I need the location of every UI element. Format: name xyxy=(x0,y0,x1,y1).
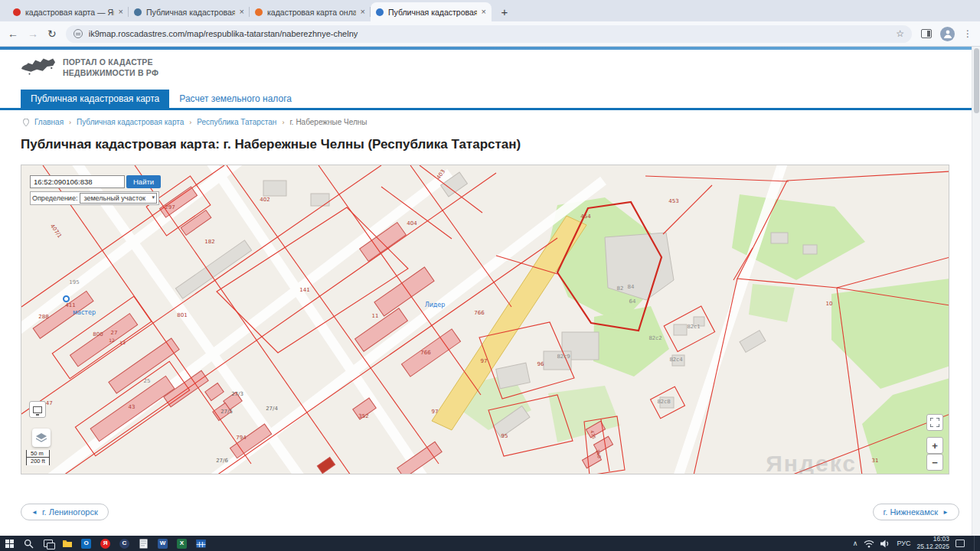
layers-icon xyxy=(36,433,47,443)
file-explorer-button[interactable] xyxy=(57,536,77,551)
toolbar-right: ⋮ xyxy=(921,27,972,41)
task-view-button[interactable] xyxy=(38,536,57,551)
zoom-out-button[interactable]: − xyxy=(926,454,943,471)
tab-close-icon[interactable]: × xyxy=(361,8,365,16)
tab-favicon xyxy=(376,8,384,16)
outlook-icon: O xyxy=(81,539,91,549)
browser-tab-1[interactable]: кадастровая карта — Яндекс × xyxy=(8,2,129,21)
site-info-icon[interactable] xyxy=(74,29,83,38)
folder-icon xyxy=(62,539,73,548)
url-text[interactable]: ik9map.roscadastres.com/map/respublika-t… xyxy=(89,29,890,38)
notepad-icon xyxy=(139,539,148,549)
excel-button[interactable]: X xyxy=(172,536,191,551)
scrollbar-thumb[interactable] xyxy=(974,48,979,113)
breadcrumb-home[interactable]: Главная xyxy=(34,118,64,126)
side-panel-icon[interactable] xyxy=(921,29,932,38)
volume-icon[interactable] xyxy=(880,540,890,548)
map-drawing xyxy=(21,165,949,474)
calendar-button[interactable] xyxy=(191,536,211,551)
site-nav-tabs: Публичная кадастровая карта Расчет земел… xyxy=(0,90,980,110)
fullscreen-icon xyxy=(930,418,939,427)
breadcrumb-sep-icon: › xyxy=(189,119,191,126)
taskbar: O Я C W X ∧ РУС 16:03 25.12.2025 xyxy=(0,536,980,551)
map-tiles[interactable] xyxy=(21,165,949,474)
taskbar-clock[interactable]: 16:03 25.12.2025 xyxy=(916,536,949,551)
screen: кадастровая карта — Яндекс × Публичная к… xyxy=(0,0,980,551)
person-icon xyxy=(943,29,952,38)
breadcrumb-map[interactable]: Публичная кадастровая карта xyxy=(77,118,184,126)
tab-public-cadastral-map[interactable]: Публичная кадастровая карта xyxy=(21,90,169,108)
word-icon: W xyxy=(158,539,168,549)
tray-expand-icon[interactable]: ∧ xyxy=(853,540,858,547)
show-desktop-button[interactable] xyxy=(974,536,976,551)
notification-center-icon[interactable] xyxy=(956,540,965,547)
browser-tab-4-active[interactable]: Публичная кадастровая карта × xyxy=(371,2,492,21)
fullscreen-button[interactable] xyxy=(926,414,943,431)
chrome-icon: C xyxy=(119,539,129,549)
bookmark-star-icon[interactable]: ☆ xyxy=(896,28,904,39)
site-header: ПОРТАЛ О КАДАСТРЕ НЕДВИЖИМОСТИ В РФ xyxy=(21,56,980,80)
definition-label: Определение: xyxy=(32,194,77,202)
page-title: Публичная кадастровая карта: г. Набережн… xyxy=(21,137,959,152)
network-icon[interactable] xyxy=(864,540,874,548)
tab-land-tax-calc[interactable]: Расчет земельного налога xyxy=(169,90,302,108)
page-scrollbar[interactable] xyxy=(972,47,980,536)
tab-close-icon[interactable]: × xyxy=(482,8,486,16)
breadcrumb-city: г. Набережные Челны xyxy=(289,118,367,126)
breadcrumb-sep-icon: › xyxy=(69,119,71,126)
tab-close-icon[interactable]: × xyxy=(240,8,244,16)
portal-logo-text: ПОРТАЛ О КАДАСТРЕ НЕДВИЖИМОСТИ В РФ xyxy=(63,57,158,78)
address-bar[interactable]: ik9map.roscadastres.com/map/respublika-t… xyxy=(66,25,912,43)
notepad-button[interactable] xyxy=(134,536,153,551)
yandex-browser-icon: Я xyxy=(100,539,110,549)
definition-select[interactable]: земельный участок ▾ xyxy=(80,193,157,204)
tab-title: Публичная кадастровая карта xyxy=(146,8,235,17)
back-button[interactable]: ← xyxy=(8,28,18,39)
next-city-label: г. Нижнекамск xyxy=(884,507,938,517)
tab-favicon xyxy=(255,8,263,16)
tab-favicon xyxy=(13,8,21,16)
breadcrumb-region[interactable]: Республика Татарстан xyxy=(197,118,276,126)
word-button[interactable]: W xyxy=(153,536,172,551)
browser-tab-strip: кадастровая карта — Яндекс × Публичная к… xyxy=(0,0,980,21)
browser-tab-2[interactable]: Публичная кадастровая карта × xyxy=(129,2,250,21)
pin-icon xyxy=(23,119,29,126)
find-button[interactable]: Найти xyxy=(126,175,161,188)
task-view-icon xyxy=(44,540,53,547)
breadcrumb: Главная › Публичная кадастровая карта › … xyxy=(23,118,980,126)
search-icon xyxy=(24,539,34,549)
definition-row: Определение: земельный участок ▾ xyxy=(30,191,159,205)
language-indicator[interactable]: РУС xyxy=(897,540,910,547)
layers-button[interactable] xyxy=(32,429,51,447)
tab-title: кадастровая карта — Яндекс xyxy=(25,8,114,17)
measure-tool-button[interactable] xyxy=(29,401,46,418)
prev-city-label: г. Лениногорск xyxy=(42,507,98,517)
start-button[interactable] xyxy=(0,536,19,551)
scale-imperial: 200 ft xyxy=(26,458,50,465)
new-tab-button[interactable]: + xyxy=(496,3,513,20)
zoom-in-button[interactable]: + xyxy=(926,437,943,454)
taskbar-search-button[interactable] xyxy=(19,536,38,551)
cadastral-number-input[interactable] xyxy=(30,175,125,188)
scale-metric: 50 m xyxy=(26,450,50,458)
outlook-button[interactable]: O xyxy=(77,536,96,551)
tab-close-icon[interactable]: × xyxy=(119,8,123,16)
browser-menu-icon[interactable]: ⋮ xyxy=(963,28,972,39)
reload-button[interactable]: ↻ xyxy=(47,28,57,39)
yandex-browser-button[interactable]: Я xyxy=(96,536,115,551)
forward-button[interactable]: → xyxy=(28,28,38,39)
portal-logo-icon xyxy=(21,56,56,80)
windows-icon xyxy=(5,540,14,548)
tab-title: Публичная кадастровая карта xyxy=(388,8,477,17)
chrome-button[interactable]: C xyxy=(115,536,134,551)
next-city-button[interactable]: г. Нижнекамск ► xyxy=(873,504,959,520)
tab-favicon xyxy=(134,8,142,16)
tray-date: 25.12.2025 xyxy=(916,543,949,551)
browser-tab-3[interactable]: кадастровая карта онлайн чел × xyxy=(250,2,371,21)
city-pager: ◄ г. Лениногорск г. Нижнекамск ► xyxy=(21,504,959,520)
profile-avatar[interactable] xyxy=(940,27,955,41)
cadastral-map[interactable]: 403407/140240445445329718219528880027121… xyxy=(21,165,949,474)
map-scale: 50 m 200 ft xyxy=(26,450,50,465)
prev-arrow-icon: ◄ xyxy=(31,509,38,516)
prev-city-button[interactable]: ◄ г. Лениногорск xyxy=(21,504,109,520)
